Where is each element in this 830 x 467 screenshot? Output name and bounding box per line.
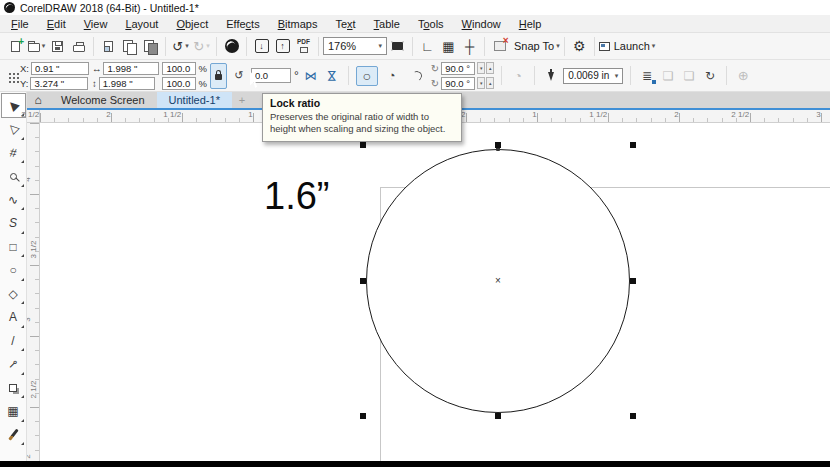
show-rulers-button[interactable]: ∟ [417,35,438,57]
zoom-tool[interactable] [2,165,25,188]
trim-button[interactable]: ❏ [680,66,698,86]
snap-to-dropdown[interactable]: Snap To ▾ [510,35,560,57]
x-position-field[interactable] [31,62,89,75]
start-angle-down[interactable]: ▾ [477,62,485,74]
menu-effects[interactable]: Effects [217,16,268,32]
undo-dropdown-arrow[interactable]: ▾ [185,42,189,50]
polygon-tool[interactable]: ◇ [2,282,25,305]
rectangle-tool[interactable]: □ [2,235,25,258]
show-grid-button[interactable]: ▦ [438,35,459,57]
new-document-button[interactable] [5,35,26,57]
object-width-field[interactable] [103,62,159,75]
save-button[interactable] [47,35,68,57]
connector-tool[interactable]: ⊸ [2,353,25,376]
weld-button[interactable]: ❏ [659,66,677,86]
export-button[interactable]: ↑ [272,35,293,57]
scale-h-field[interactable] [162,62,196,75]
separator [216,37,217,56]
menu-edit[interactable]: Edit [38,16,75,32]
selection-handle[interactable] [495,142,501,148]
show-guidelines-button[interactable]: ┼ [459,35,480,57]
selection-handle[interactable] [360,278,366,284]
shape-tool[interactable]: ▷ [2,118,25,141]
start-angle-field[interactable] [441,62,475,75]
menu-bitmaps[interactable]: Bitmaps [269,16,327,32]
launch-button[interactable]: Launch ▾ [599,35,656,57]
import-button[interactable]: ↓ [251,35,272,57]
wrap-text-button[interactable]: ≣ [638,66,656,86]
selection-handle[interactable] [495,413,501,419]
options-button[interactable]: ⚙ [569,35,590,57]
flyout-indicator [21,325,24,328]
object-height-field[interactable] [99,77,155,90]
flyout-indicator [21,207,24,210]
ellipse-tool[interactable]: ○ [2,259,25,282]
drawing-canvas[interactable]: × 1.6” [40,123,830,461]
redo-button[interactable]: ↻▾ [191,35,212,57]
end-angle-field[interactable] [441,77,475,90]
selection-handle[interactable] [630,278,636,284]
mirror-vertical-button[interactable]: ⋈ [323,66,341,86]
tab-untitled-1-[interactable]: Untitled-1* [157,92,232,108]
pie-button[interactable]: ◔ [381,66,403,86]
crop-tool[interactable]: # [2,141,25,164]
open-dropdown-arrow[interactable]: ▾ [42,42,46,50]
menu-window[interactable]: Window [453,16,510,32]
freehand-tool[interactable]: ∿ [2,188,25,211]
separator [93,37,94,56]
object-width-icon: ↔ [92,63,102,74]
ellipse-button[interactable]: ○ [356,66,378,86]
selection-handle[interactable] [630,413,636,419]
print-button[interactable] [68,35,89,57]
convert-to-curves-button[interactable]: ↻ [701,66,719,86]
zoom-level-combo[interactable]: 176% ▾ [323,37,387,55]
dimension-text[interactable]: 1.6” [264,175,329,218]
end-angle-down[interactable]: ▾ [477,77,485,89]
add-preset-button[interactable]: ⊕ [734,66,752,86]
transparency-tool[interactable]: ▦ [2,400,25,423]
selection-handle[interactable] [360,413,366,419]
menu-tools[interactable]: Tools [409,16,453,32]
change-direction-button[interactable]: ◔ [509,66,527,86]
undo-button[interactable]: ↺▾ [170,35,191,57]
start-angle-up[interactable]: ▴ [486,62,494,74]
full-screen-preview-button[interactable] [387,35,408,57]
menu-object[interactable]: Object [167,16,217,32]
redo-dropdown-arrow[interactable]: ▾ [206,42,210,50]
outline-width-combo[interactable]: 0.0069 in ▾ [563,68,623,84]
menu-help[interactable]: Help [510,16,551,32]
menu-file[interactable]: File [2,16,38,32]
cut-button[interactable] [98,35,119,57]
vertical-ruler[interactable]: 4 1/243 1/232 1/22 [27,123,40,461]
publish-pdf-button[interactable]: PDF [293,35,314,57]
selection-handle[interactable] [630,142,636,148]
paste-button[interactable] [140,35,161,57]
text-tool[interactable]: A [2,306,25,329]
drop-shadow-tool[interactable] [2,376,25,399]
menu-layout[interactable]: Layout [116,16,167,32]
object-origin-icon[interactable] [9,73,11,75]
lock-ratio-button[interactable] [210,63,227,89]
snap-options-button[interactable] [489,35,510,57]
search-content-button[interactable] [221,35,242,57]
home-button[interactable]: ⌂ [27,92,49,108]
new-tab-button[interactable]: + [232,92,252,108]
color-eyedropper-tool[interactable] [2,423,25,446]
zoom-dropdown-arrow[interactable]: ▾ [374,42,382,50]
dimension-tool[interactable]: / [2,329,25,352]
end-angle-up[interactable]: ▴ [486,77,494,89]
scale-v-field[interactable] [162,77,196,90]
outline-width-arrow[interactable]: ▾ [611,72,619,80]
menu-view[interactable]: View [75,16,117,32]
arc-button[interactable] [406,66,428,86]
y-position-field[interactable] [30,77,88,90]
menu-text[interactable]: Text [326,16,364,32]
menu-table[interactable]: Table [365,16,409,32]
artistic-media-tool[interactable]: S [2,212,25,235]
ruler-label: 2 [106,110,110,119]
open-button[interactable]: ▾ [26,35,47,57]
selection-handle[interactable] [360,142,366,148]
mirror-horizontal-button[interactable]: ⋈ [302,66,320,86]
tab-welcome-screen[interactable]: Welcome Screen [49,92,157,108]
copy-button[interactable] [119,35,140,57]
